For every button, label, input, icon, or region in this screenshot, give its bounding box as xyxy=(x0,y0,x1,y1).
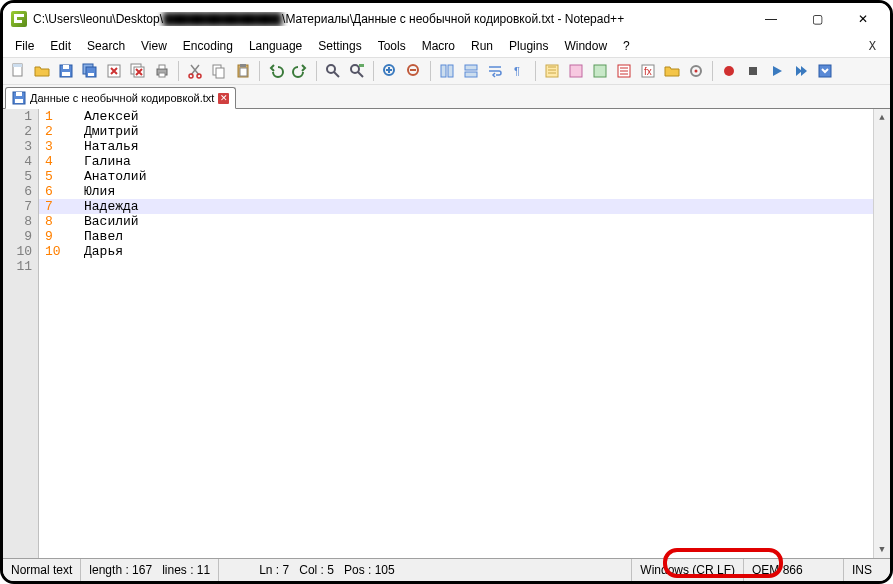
menu-help[interactable]: ? xyxy=(615,37,638,55)
toolbar: ¶ fx xyxy=(3,57,890,85)
paste-button[interactable] xyxy=(232,60,254,82)
tab-document[interactable]: Данные с необычной кодировкой.txt ✕ xyxy=(5,87,236,109)
code-area[interactable]: 1 Алексей2 Дмитрий3 Наталья4 Галина5 Ана… xyxy=(39,109,873,558)
open-file-button[interactable] xyxy=(31,60,53,82)
stop-macro-button[interactable] xyxy=(742,60,764,82)
code-line[interactable] xyxy=(39,259,873,274)
svg-rect-40 xyxy=(749,67,757,75)
save-macro-button[interactable] xyxy=(814,60,836,82)
menu-encoding[interactable]: Encoding xyxy=(175,37,241,55)
status-filetype: Normal text xyxy=(9,559,81,581)
save-button[interactable] xyxy=(55,60,77,82)
svg-rect-32 xyxy=(570,65,582,77)
sync-h-button[interactable] xyxy=(460,60,482,82)
scroll-up-icon[interactable]: ▲ xyxy=(875,109,890,126)
app-icon xyxy=(11,11,27,27)
svg-point-39 xyxy=(724,66,734,76)
svg-rect-23 xyxy=(359,64,364,67)
code-line[interactable]: 2 Дмитрий xyxy=(39,124,873,139)
status-eol[interactable]: Windows (CR LF) xyxy=(632,559,744,581)
svg-rect-20 xyxy=(240,64,246,67)
doc-map-button[interactable] xyxy=(589,60,611,82)
svg-rect-3 xyxy=(62,72,70,76)
record-macro-button[interactable] xyxy=(718,60,740,82)
close-file-button[interactable] xyxy=(103,60,125,82)
svg-text:fx: fx xyxy=(644,66,652,77)
play-macro-button[interactable] xyxy=(766,60,788,82)
titlebar: C:\Users\leonu\Desktop\██████████████\Ма… xyxy=(3,3,890,35)
vertical-scrollbar[interactable]: ▲ ▼ xyxy=(873,109,890,558)
status-insert-mode[interactable]: INS xyxy=(844,559,884,581)
statusbar: Normal text length : 167 lines : 11 Ln :… xyxy=(3,559,890,581)
code-line[interactable]: 8 Василий xyxy=(39,214,873,229)
new-file-button[interactable] xyxy=(7,60,29,82)
svg-rect-4 xyxy=(63,65,69,69)
menu-search[interactable]: Search xyxy=(79,37,133,55)
svg-rect-7 xyxy=(88,73,94,76)
close-all-button[interactable] xyxy=(127,60,149,82)
menu-settings[interactable]: Settings xyxy=(310,37,369,55)
code-line[interactable]: 5 Анатолий xyxy=(39,169,873,184)
code-line[interactable]: 7 Надежда xyxy=(39,199,873,214)
code-line[interactable]: 1 Алексей xyxy=(39,109,873,124)
status-length: length : 167 lines : 11 xyxy=(81,559,218,581)
save-state-icon xyxy=(12,91,26,105)
indent-guide-button[interactable] xyxy=(541,60,563,82)
play-multi-button[interactable] xyxy=(790,60,812,82)
find-button[interactable] xyxy=(322,60,344,82)
svg-rect-1 xyxy=(13,64,22,67)
user-lang-button[interactable] xyxy=(565,60,587,82)
function-list-button[interactable]: fx xyxy=(637,60,659,82)
menu-run[interactable]: Run xyxy=(463,37,501,55)
menu-edit[interactable]: Edit xyxy=(42,37,79,55)
wrap-button[interactable] xyxy=(484,60,506,82)
print-button[interactable] xyxy=(151,60,173,82)
redo-button[interactable] xyxy=(289,60,311,82)
secondary-close-button[interactable]: X xyxy=(861,37,886,55)
scroll-down-icon[interactable]: ▼ xyxy=(875,541,890,558)
copy-button[interactable] xyxy=(208,60,230,82)
svg-rect-29 xyxy=(465,72,477,77)
svg-rect-17 xyxy=(216,68,224,78)
maximize-button[interactable]: ▢ xyxy=(794,4,840,34)
code-line[interactable]: 10 Дарья xyxy=(39,244,873,259)
menu-plugins[interactable]: Plugins xyxy=(501,37,556,55)
menu-file[interactable]: File xyxy=(7,37,42,55)
code-line[interactable]: 9 Павел xyxy=(39,229,873,244)
doc-list-button[interactable] xyxy=(613,60,635,82)
tab-close-button[interactable]: ✕ xyxy=(218,93,229,104)
code-line[interactable]: 3 Наталья xyxy=(39,139,873,154)
folder-workspace-button[interactable] xyxy=(661,60,683,82)
menu-tools[interactable]: Tools xyxy=(370,37,414,55)
zoom-out-button[interactable] xyxy=(403,60,425,82)
show-all-chars-button[interactable]: ¶ xyxy=(508,60,530,82)
tab-label: Данные с необычной кодировкой.txt xyxy=(30,92,214,104)
zoom-in-button[interactable] xyxy=(379,60,401,82)
svg-rect-19 xyxy=(240,68,247,76)
menu-language[interactable]: Language xyxy=(241,37,310,55)
code-line[interactable]: 4 Галина xyxy=(39,154,873,169)
menu-window[interactable]: Window xyxy=(556,37,615,55)
status-encoding[interactable]: OEM 866 xyxy=(744,559,844,581)
close-button[interactable]: ✕ xyxy=(840,4,886,34)
status-position: Ln : 7 Col : 5 Pos : 105 xyxy=(218,559,632,581)
cut-button[interactable] xyxy=(184,60,206,82)
save-all-button[interactable] xyxy=(79,60,101,82)
svg-rect-26 xyxy=(441,65,446,77)
svg-point-21 xyxy=(327,65,335,73)
svg-point-38 xyxy=(695,70,698,73)
code-line[interactable]: 6 Юлия xyxy=(39,184,873,199)
undo-button[interactable] xyxy=(265,60,287,82)
svg-rect-44 xyxy=(16,92,22,96)
replace-button[interactable] xyxy=(346,60,368,82)
menu-macro[interactable]: Macro xyxy=(414,37,463,55)
monitoring-button[interactable] xyxy=(685,60,707,82)
sync-v-button[interactable] xyxy=(436,60,458,82)
svg-text:¶: ¶ xyxy=(514,65,520,77)
minimize-button[interactable]: — xyxy=(748,4,794,34)
svg-rect-13 xyxy=(159,73,165,77)
svg-rect-33 xyxy=(594,65,606,77)
tabbar: Данные с необычной кодировкой.txt ✕ xyxy=(3,85,890,109)
svg-point-14 xyxy=(189,74,193,78)
menu-view[interactable]: View xyxy=(133,37,175,55)
